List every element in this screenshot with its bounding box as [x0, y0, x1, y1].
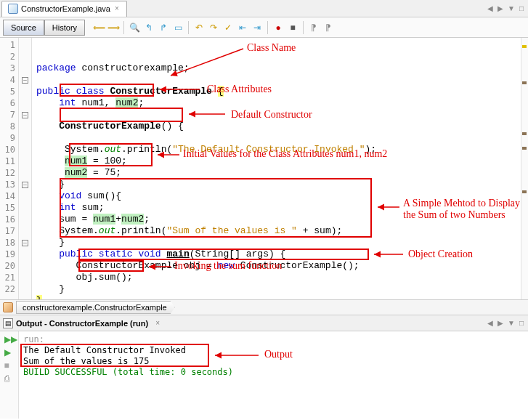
- tab-nav-controls: ◀ ▶ ▼ □: [487, 4, 528, 12]
- fold-icon[interactable]: −: [22, 182, 28, 188]
- editor-toolbar: Source History ⟸ ⟹ 🔍 ↰ ↱ ▭ ↶ ↷ ✓ ⇤ ⇥ ● ■…: [0, 17, 528, 38]
- prev-tab-icon[interactable]: ◀: [487, 319, 493, 327]
- history-button[interactable]: History: [44, 20, 85, 36]
- save-icon[interactable]: ⎙: [4, 373, 15, 384]
- comment-icon[interactable]: ⁋: [307, 21, 320, 34]
- toggle-highlight-icon[interactable]: ▭: [171, 21, 184, 34]
- breadcrumb: constructorexample.ConstructorExample: [0, 299, 528, 315]
- output-line: run:: [23, 334, 524, 345]
- java-file-icon: [8, 4, 18, 14]
- output-line: Sum of the values is 175: [23, 356, 524, 367]
- file-tab-bar: ConstructorExample.java × ◀ ▶ ▼ □: [0, 0, 528, 17]
- stop-macro-icon[interactable]: ■: [286, 21, 299, 34]
- next-tab-icon[interactable]: ▶: [497, 319, 503, 327]
- shift-left-icon[interactable]: ⇤: [236, 21, 249, 34]
- find-prev-icon[interactable]: ↰: [142, 21, 155, 34]
- output-gutter: ▶▶ ▶ ■ ⎙: [0, 331, 19, 419]
- code-editor[interactable]: 12345678910111213141516171819202122 − − …: [0, 38, 528, 299]
- start-macro-icon[interactable]: ●: [272, 21, 285, 34]
- rerun-icon[interactable]: ▶▶: [4, 334, 15, 344]
- fold-icon[interactable]: −: [22, 77, 28, 84]
- fold-gutter: − − − −: [19, 38, 32, 299]
- prev-tab-icon[interactable]: ◀: [487, 4, 493, 12]
- stop-icon[interactable]: ■: [4, 360, 15, 371]
- output-panel-header: ▤ Output - ConstructorExample (run) × ◀ …: [0, 315, 528, 331]
- output-text[interactable]: run: The Default Constructor Invoked Sum…: [19, 331, 528, 419]
- close-icon[interactable]: ×: [113, 5, 121, 12]
- nav-forward-icon[interactable]: ⟹: [107, 21, 120, 34]
- tab-menu-icon[interactable]: ▼: [508, 319, 515, 327]
- close-icon[interactable]: ×: [154, 320, 161, 327]
- file-tab-label: ConstructorExample.java: [21, 4, 110, 13]
- output-line: BUILD SUCCESSFUL (total time: 0 seconds): [23, 367, 524, 378]
- maximize-icon[interactable]: □: [519, 4, 524, 12]
- find-next-icon[interactable]: ↱: [157, 21, 170, 34]
- breadcrumb-item[interactable]: constructorexample.ConstructorExample: [16, 301, 175, 314]
- shift-right-icon[interactable]: ⇥: [251, 21, 264, 34]
- toggle-bookmark-icon[interactable]: ✓: [222, 21, 235, 34]
- code-content[interactable]: package constructorexample; public class…: [32, 38, 528, 299]
- output-panel: ▶▶ ▶ ■ ⎙ run: The Default Constructor In…: [0, 331, 528, 419]
- prev-bookmark-icon[interactable]: ↶: [192, 21, 206, 34]
- next-tab-icon[interactable]: ▶: [497, 4, 503, 12]
- output-title: Output - ConstructorExample (run): [16, 319, 148, 328]
- fold-icon[interactable]: −: [22, 240, 28, 246]
- next-bookmark-icon[interactable]: ↷: [207, 21, 220, 34]
- run-icon[interactable]: ▶: [4, 347, 15, 358]
- maximize-icon[interactable]: □: [519, 319, 524, 327]
- output-line: The Default Constructor Invoked: [23, 345, 524, 356]
- line-numbers: 12345678910111213141516171819202122: [0, 38, 19, 299]
- nav-back-icon[interactable]: ⟸: [92, 21, 105, 34]
- class-icon: [3, 302, 13, 312]
- fold-icon[interactable]: −: [22, 112, 28, 118]
- uncomment-icon[interactable]: ⁋: [322, 21, 335, 34]
- tab-menu-icon[interactable]: ▼: [508, 4, 515, 12]
- file-tab[interactable]: ConstructorExample.java ×: [1, 1, 127, 17]
- source-button[interactable]: Source: [3, 20, 44, 36]
- find-selection-icon[interactable]: 🔍: [128, 21, 141, 34]
- error-stripe: [521, 38, 528, 299]
- output-icon: ▤: [3, 318, 13, 328]
